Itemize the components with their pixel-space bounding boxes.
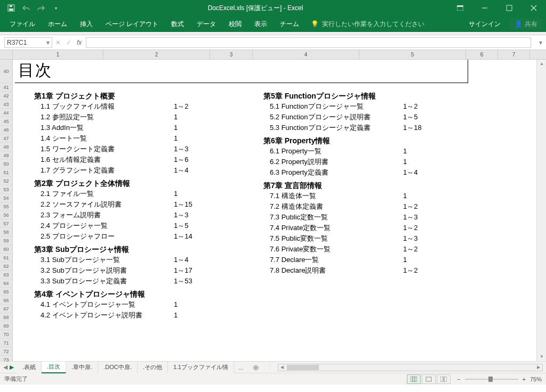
scroll-right-icon[interactable]: ▶ bbox=[535, 364, 542, 371]
ribbon-tab-5[interactable]: データ bbox=[190, 16, 222, 32]
row-header[interactable]: 43 bbox=[0, 100, 12, 109]
ribbon-tab-4[interactable]: 数式 bbox=[165, 16, 190, 32]
row-header[interactable]: 50 bbox=[0, 160, 12, 168]
column-header[interactable]: 4 bbox=[253, 50, 359, 59]
toc-item-label: 7.6 Private変数一覧 bbox=[270, 244, 403, 255]
zoom-thumb[interactable] bbox=[488, 377, 493, 382]
row-header[interactable]: 73 bbox=[0, 356, 12, 364]
add-sheet-icon[interactable]: ⊕ bbox=[247, 363, 264, 372]
scroll-up-icon[interactable]: ▲ bbox=[537, 60, 546, 68]
sheet-tab[interactable]: 1.1ブックファイル情 bbox=[168, 362, 234, 373]
formula-expand-icon[interactable]: ▾ bbox=[535, 39, 546, 46]
ribbon-display-icon[interactable] bbox=[448, 0, 472, 16]
row-header[interactable]: 71 bbox=[0, 339, 12, 347]
view-page-layout-icon[interactable] bbox=[422, 374, 436, 384]
tab-nav-prev-icon[interactable]: ◀ bbox=[3, 364, 7, 371]
minimize-icon[interactable] bbox=[472, 0, 497, 16]
ribbon-tab-6[interactable]: 校閲 bbox=[222, 16, 248, 32]
toc-item-label: 7.8 Declare説明書 bbox=[270, 265, 403, 276]
sheet-tab[interactable]: .章中扉. bbox=[66, 362, 98, 373]
sheet-tab-nav: ◀ ▶ bbox=[0, 364, 17, 371]
row-header[interactable]: 47 bbox=[0, 134, 12, 143]
ribbon-tab-0[interactable]: ファイル bbox=[3, 16, 42, 32]
ribbon-tab-1[interactable]: ホーム bbox=[42, 16, 74, 32]
scroll-left-icon[interactable]: ◀ bbox=[278, 364, 286, 371]
view-page-break-icon[interactable] bbox=[437, 374, 451, 384]
fx-icon[interactable]: fx bbox=[77, 39, 82, 46]
row-header[interactable]: 58 bbox=[0, 228, 12, 236]
redo-icon[interactable] bbox=[34, 2, 48, 14]
row-header[interactable]: 65 bbox=[0, 288, 12, 296]
row-header[interactable]: 51 bbox=[0, 168, 12, 177]
row-header[interactable]: 55 bbox=[0, 202, 12, 211]
tab-nav-next-icon[interactable]: ▶ bbox=[10, 364, 14, 371]
cancel-icon[interactable]: ✕ bbox=[55, 39, 61, 46]
enter-icon[interactable]: ✓ bbox=[66, 39, 71, 46]
row-header[interactable]: 70 bbox=[0, 330, 12, 339]
maximize-icon[interactable] bbox=[497, 0, 521, 16]
zoom-in-icon[interactable]: + bbox=[523, 376, 526, 382]
sheet-tab[interactable]: .目次 bbox=[42, 362, 66, 373]
horizontal-scrollbar[interactable]: ◀ ▶ bbox=[278, 364, 543, 371]
row-header[interactable]: 59 bbox=[0, 236, 12, 245]
ribbon-tab-8[interactable]: チーム bbox=[274, 16, 306, 32]
zoom-slider[interactable] bbox=[465, 379, 518, 380]
row-header[interactable]: 69 bbox=[0, 322, 12, 330]
row-header[interactable]: 63 bbox=[0, 271, 12, 279]
row-header[interactable]: 40 bbox=[0, 60, 12, 83]
ribbon-tab-2[interactable]: 挿入 bbox=[74, 16, 99, 32]
row-header[interactable]: 44 bbox=[0, 109, 12, 117]
hscroll-thumb[interactable] bbox=[287, 365, 319, 370]
column-header[interactable]: 5 bbox=[359, 50, 466, 59]
row-header[interactable]: 49 bbox=[0, 151, 12, 160]
name-box[interactable]: R37C1 ▾ bbox=[4, 37, 52, 48]
ribbon-tab-3[interactable]: ページ レイアウト bbox=[99, 16, 165, 32]
formula-input[interactable] bbox=[86, 37, 531, 48]
row-header[interactable]: 48 bbox=[0, 143, 12, 151]
select-all-cell[interactable] bbox=[0, 50, 13, 59]
share-button[interactable]: 👤 共有 bbox=[509, 19, 543, 30]
row-header[interactable]: 53 bbox=[0, 185, 12, 194]
sheet-tabs-more[interactable]: ... bbox=[234, 364, 247, 371]
row-header[interactable]: 42 bbox=[0, 92, 12, 100]
qat-customize-icon[interactable]: ▾ bbox=[49, 2, 63, 14]
save-icon[interactable] bbox=[4, 2, 18, 14]
sheet-tab[interactable]: .DOC中扉. bbox=[98, 362, 138, 373]
column-header[interactable]: 3 bbox=[210, 50, 253, 59]
tab-split-handle[interactable]: ⋮ bbox=[264, 364, 275, 371]
ribbon-tab-7[interactable]: 表示 bbox=[248, 16, 274, 32]
row-header[interactable]: 41 bbox=[0, 83, 12, 92]
signin-link[interactable]: サインイン bbox=[469, 20, 501, 29]
column-header[interactable]: 1 bbox=[13, 50, 103, 59]
vertical-scrollbar[interactable]: ▲ ▼ bbox=[536, 60, 546, 361]
sheet-tab[interactable]: .その他 bbox=[138, 362, 168, 373]
tell-me[interactable]: 💡 実行したい作業を入力してください bbox=[311, 20, 424, 29]
row-header[interactable]: 64 bbox=[0, 279, 12, 288]
zoom-value[interactable]: 75% bbox=[530, 376, 542, 382]
row-header[interactable]: 45 bbox=[0, 117, 12, 126]
column-header[interactable]: 6 bbox=[466, 50, 498, 59]
view-normal-icon[interactable] bbox=[407, 374, 421, 384]
close-icon[interactable] bbox=[521, 0, 546, 16]
row-headers: 4041424344454647484950515253545556575859… bbox=[0, 60, 13, 361]
row-header[interactable]: 46 bbox=[0, 126, 12, 134]
row-header[interactable]: 54 bbox=[0, 194, 12, 202]
row-header[interactable]: 72 bbox=[0, 347, 12, 356]
row-header[interactable]: 67 bbox=[0, 305, 12, 313]
cells-area[interactable]: 目次 第1章 プロジェクト概要1.1 ブックファイル情報1～21.2 参照設定一… bbox=[13, 60, 536, 361]
row-header[interactable]: 57 bbox=[0, 219, 12, 228]
row-header[interactable]: 56 bbox=[0, 211, 12, 219]
row-header[interactable]: 68 bbox=[0, 313, 12, 322]
zoom-out-icon[interactable]: − bbox=[457, 376, 460, 382]
column-header[interactable]: 7 bbox=[498, 50, 530, 59]
row-header[interactable]: 61 bbox=[0, 254, 12, 262]
undo-icon[interactable] bbox=[19, 2, 33, 14]
row-header[interactable]: 62 bbox=[0, 262, 12, 271]
scroll-down-icon[interactable]: ▼ bbox=[537, 353, 546, 361]
chevron-down-icon[interactable]: ▾ bbox=[46, 39, 50, 46]
sheet-tab[interactable]: .表紙 bbox=[17, 362, 42, 373]
row-header[interactable]: 66 bbox=[0, 296, 12, 305]
row-header[interactable]: 60 bbox=[0, 245, 12, 254]
row-header[interactable]: 52 bbox=[0, 177, 12, 185]
column-header[interactable]: 2 bbox=[103, 50, 210, 59]
